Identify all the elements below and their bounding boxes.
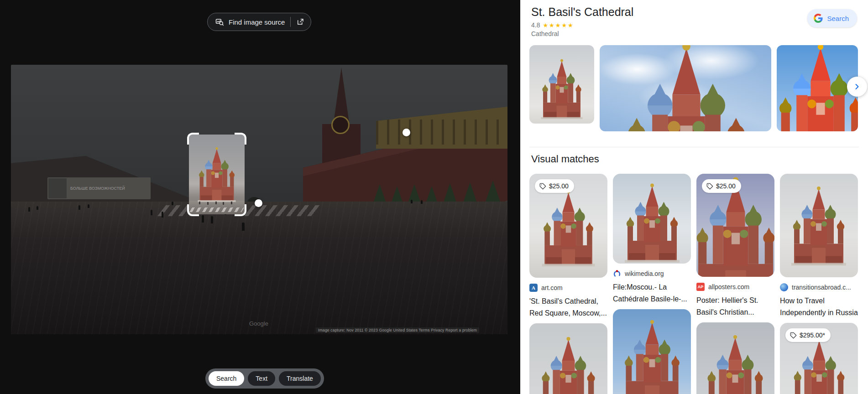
match-column-2: wikimedia.org File:Moscou.- La Cathédral…: [613, 174, 691, 394]
divider: [290, 17, 291, 27]
street-view-photo[interactable]: БОЛЬШЕ ВОЗМОЖНОСТЕЙ: [11, 65, 507, 334]
lens-capture-area: Find image source БОЛЬШЕ ВОЗМОЖНОСТЕЙ: [0, 0, 520, 394]
match-image-row2-2[interactable]: [613, 309, 691, 394]
result-title[interactable]: St. Basil's Cathedral: [531, 5, 633, 19]
cathedral-blue-sky-photo: [616, 318, 689, 394]
visual-matches-heading: Visual matches: [531, 153, 599, 165]
thumbnail-1[interactable]: [529, 45, 594, 124]
cathedral-winter-photo: [618, 182, 686, 264]
lens-selection-region[interactable]: [189, 135, 245, 214]
price-label: $25.00: [716, 182, 736, 190]
match-image-row2-1[interactable]: [529, 323, 607, 394]
cathedral-photo: [698, 333, 772, 394]
top-thumbnails-row: [529, 45, 858, 131]
match-image-row2-4[interactable]: $295.00*: [780, 323, 858, 394]
result-category: Cathedral: [531, 30, 559, 37]
source-name: transitionsabroad.c...: [792, 284, 851, 291]
selection-handle-top-right[interactable]: [235, 133, 246, 145]
st-basils-cathedral: [193, 146, 241, 208]
cathedral-photo: [785, 337, 853, 394]
match-title[interactable]: How to Travel Independently in Russia: [780, 295, 858, 319]
tower-clock: [331, 116, 350, 134]
image-search-icon: [215, 17, 224, 26]
match-column-1: $25.00 A art.com 'St. Basil's Cathedral,…: [529, 174, 607, 394]
cathedral-closeup-photo: [609, 45, 764, 131]
open-in-new-icon[interactable]: [296, 18, 304, 26]
allposters-favicon: AP: [696, 283, 705, 291]
source-row[interactable]: transitionsabroad.c...: [780, 283, 858, 291]
lens-mode-toolbar: Search Text Translate: [205, 368, 324, 389]
source-name: allposters.com: [708, 283, 749, 290]
match-title[interactable]: File:Moscou.- La Cathédrale Basile-le-..…: [613, 281, 691, 305]
crosswalk-right: [244, 205, 321, 216]
price-tag-icon: [539, 183, 546, 190]
source-name: art.com: [541, 284, 563, 291]
price-badge: $295.00*: [785, 328, 831, 342]
visual-matches-grid: $25.00 A art.com 'St. Basil's Cathedral,…: [529, 174, 858, 394]
match-title[interactable]: 'St. Basil's Cathedral, Red Square, Mosc…: [529, 296, 607, 319]
results-panel: St. Basil's Cathedral 4.8 ★★★★★ Cathedra…: [520, 0, 868, 394]
mode-text-button[interactable]: Text: [248, 371, 275, 386]
thumbnail-3[interactable]: [777, 45, 858, 131]
google-logo-icon: [814, 14, 823, 23]
source-row[interactable]: AP allposters.com: [696, 283, 774, 291]
google-search-label: Search: [827, 15, 849, 22]
price-tag-icon: [706, 183, 713, 190]
price-badge: $25.00: [535, 179, 574, 193]
match-image-row2-3[interactable]: [696, 322, 774, 394]
price-badge: $25.00: [702, 179, 741, 193]
rating-stars: ★★★★★: [543, 22, 574, 29]
find-image-source-button[interactable]: Find image source: [207, 13, 311, 31]
mode-search-button[interactable]: Search: [209, 371, 244, 386]
thumbnails-next-button[interactable]: [847, 77, 867, 97]
globe-favicon: [780, 283, 788, 291]
google-search-button[interactable]: Search: [807, 9, 857, 27]
section-divider: [529, 147, 859, 147]
google-watermark: Google: [249, 320, 268, 327]
match-image-art[interactable]: $25.00: [529, 174, 607, 278]
cathedral-colorful-photo: [777, 45, 858, 131]
source-row[interactable]: A art.com: [529, 284, 607, 292]
price-label: $295.00*: [800, 332, 825, 339]
photo-attribution: Image capture: Nov 2011 © 2023 Google Un…: [316, 327, 479, 333]
selection-handle-top-left[interactable]: [187, 133, 199, 145]
cathedral-photo: [533, 335, 604, 394]
cobblestone-square: [11, 202, 507, 334]
mode-translate-button[interactable]: Translate: [279, 371, 321, 386]
price-tag-icon: [790, 332, 797, 339]
cathedral-snow-photo: [535, 188, 601, 275]
senate-building: [376, 107, 507, 149]
chevron-right-icon: [852, 82, 862, 91]
match-image-allposters[interactable]: $25.00: [696, 174, 774, 277]
cathedral-gray-sky-photo: [784, 185, 853, 274]
rating-row: 4.8 ★★★★★: [531, 21, 574, 29]
match-column-3: $25.00 AP allposters.com Poster: Hellier…: [696, 174, 774, 394]
rating-value: 4.8: [531, 21, 540, 29]
match-image-wikimedia[interactable]: [613, 174, 691, 264]
match-title[interactable]: Poster: Hellier's St. Basil's Christian.…: [696, 295, 774, 318]
wikimedia-favicon: [613, 270, 621, 278]
selection-handle-bottom-left[interactable]: [187, 204, 199, 216]
source-row[interactable]: wikimedia.org: [613, 270, 691, 278]
cathedral-photo: [536, 58, 588, 124]
source-name: wikimedia.org: [625, 270, 664, 277]
object-dot-square[interactable]: [255, 199, 262, 207]
selection-handle-bottom-right[interactable]: [235, 204, 246, 216]
thumbnail-2[interactable]: [600, 45, 771, 131]
billboard-portrait: [48, 178, 67, 198]
price-label: $25.00: [549, 182, 569, 190]
art-favicon: A: [529, 284, 538, 292]
billboard: БОЛЬШЕ ВОЗМОЖНОСТЕЙ: [47, 177, 151, 199]
object-dot-tower[interactable]: [403, 129, 410, 136]
match-column-4: transitionsabroad.c... How to Travel Ind…: [780, 174, 858, 394]
billboard-text: БОЛЬШЕ ВОЗМОЖНОСТЕЙ: [68, 186, 128, 191]
match-image-transitions[interactable]: [780, 174, 858, 277]
find-image-source-label: Find image source: [229, 18, 285, 26]
